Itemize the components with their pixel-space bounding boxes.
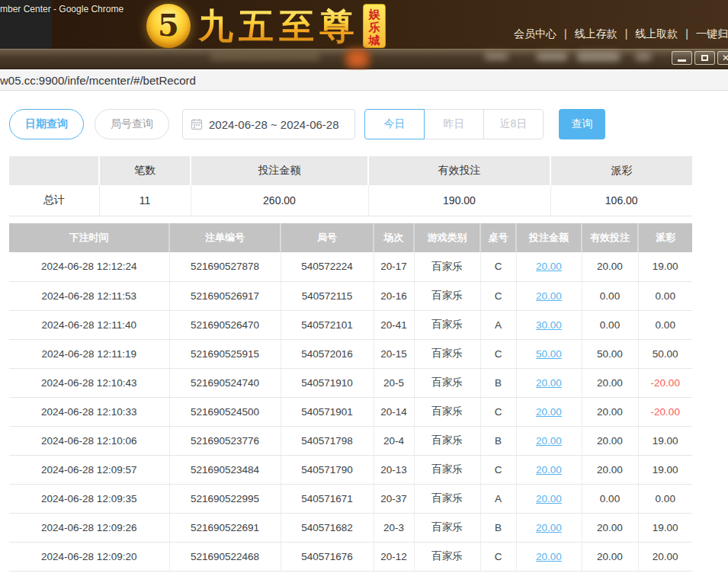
payout: -20.00 (638, 368, 692, 397)
total-label: 总计 (9, 185, 99, 216)
table-no: B (480, 426, 516, 455)
summary-header-count: 笔数 (99, 156, 191, 185)
blurred-text (536, 53, 568, 61)
session: 20-15 (374, 339, 414, 368)
bet-amount-link[interactable]: 20.00 (536, 377, 562, 389)
game-type: 百家乐 (414, 310, 480, 339)
order-no: 521690523776 (169, 426, 281, 455)
summary-header-payout: 派彩 (550, 156, 692, 185)
blurred-decoration (210, 53, 320, 61)
bet-amount-link[interactable]: 20.00 (536, 290, 562, 302)
table-no: C (480, 397, 516, 426)
session: 20-5 (374, 368, 414, 397)
column-header: 局号 (281, 223, 374, 252)
session: 20-37 (374, 484, 414, 513)
filter-row: 日期查询 局号查询 2024-06-28 ~ 2024-06-28 今日 昨日 … (9, 109, 605, 139)
bet-amount-cell: 20.00 (516, 281, 582, 310)
bet-amount-link[interactable]: 20.00 (536, 522, 562, 533)
bet-amount-cell: 30.00 (516, 310, 582, 339)
bet-amount-cell: 20.00 (516, 484, 582, 513)
badge-char: 乐 (369, 21, 380, 34)
bet-amount-link[interactable]: 20.00 (536, 551, 562, 562)
total-count: 11 (99, 185, 191, 216)
date-query-tab[interactable]: 日期查询 (9, 109, 84, 139)
payout: 20.00 (638, 542, 692, 571)
maximize-button[interactable] (694, 51, 715, 65)
valid-bet: 0.00 (582, 484, 638, 513)
url-bar[interactable]: w05.cc:9900/infe/mcenter/#/betRecord (0, 70, 728, 91)
bet-amount-cell: 20.00 (516, 426, 582, 455)
nav-deposit[interactable]: 线上存款 (575, 27, 617, 40)
game-type: 百家乐 (414, 252, 480, 281)
bet-amount-link[interactable]: 20.00 (536, 435, 562, 447)
query-button[interactable]: 查询 (559, 109, 605, 139)
nav-one-key[interactable]: 一键归户 (696, 27, 728, 40)
date-range-value: 2024-06-28 ~ 2024-06-28 (209, 118, 339, 131)
table-no: C (480, 455, 516, 484)
window-controls: ✕ (669, 51, 728, 65)
blurred-text (484, 53, 508, 60)
bet-amount-link[interactable]: 30.00 (536, 319, 562, 331)
total-bet-amount: 260.00 (191, 185, 368, 216)
payout: 0.00 (638, 484, 692, 513)
table-no: C (480, 281, 516, 310)
payout: 19.00 (638, 426, 692, 455)
bet-amount-link[interactable]: 20.00 (536, 464, 562, 476)
round-no: 540571910 (281, 368, 374, 397)
bet-amount-cell: 20.00 (516, 368, 582, 397)
total-payout: 106.00 (550, 185, 692, 216)
column-header: 投注金额 (516, 223, 582, 252)
game-type: 百家乐 (414, 339, 480, 368)
table-row: 2024-06-28 12:09:57521690523484540571790… (9, 455, 692, 484)
summary-header-row: 笔数 投注金额 有效投注 派彩 (9, 156, 692, 185)
logo-coin-icon: 5 (146, 4, 191, 48)
close-button[interactable]: ✕ (717, 51, 728, 65)
last-8-days-button[interactable]: 近8日 (483, 109, 544, 139)
date-range-input[interactable]: 2024-06-28 ~ 2024-06-28 (182, 109, 355, 139)
nav-member-center[interactable]: 会员中心 (514, 27, 556, 40)
table-no: C (480, 252, 516, 281)
payout: 19.00 (638, 252, 692, 281)
order-no: 521690522468 (169, 542, 281, 571)
bet-amount-link[interactable]: 50.00 (536, 348, 562, 360)
table-row: 2024-06-28 12:10:06521690523776540571798… (9, 426, 692, 455)
round-no: 540572224 (281, 252, 374, 281)
bet-time: 2024-06-28 12:09:26 (9, 513, 169, 542)
valid-bet: 20.00 (582, 513, 638, 542)
badge-char: 城 (369, 34, 380, 46)
order-no: 521690525915 (169, 339, 281, 368)
table-row: 2024-06-28 12:09:26521690522691540571682… (9, 513, 692, 542)
bet-amount-link[interactable]: 20.00 (536, 493, 562, 504)
table-no: A (480, 310, 516, 339)
session: 20-14 (374, 397, 414, 426)
round-no: 540571682 (281, 513, 374, 542)
session: 20-12 (374, 542, 414, 571)
bet-time: 2024-06-28 12:09:57 (9, 455, 169, 484)
bet-time: 2024-06-28 12:11:40 (9, 310, 169, 339)
column-header: 桌号 (480, 223, 516, 252)
bet-amount-cell: 20.00 (516, 397, 582, 426)
bet-amount-cell: 20.00 (516, 252, 582, 281)
yesterday-button[interactable]: 昨日 (424, 109, 484, 139)
today-button[interactable]: 今日 (364, 109, 425, 139)
order-no: 521690524740 (169, 368, 281, 397)
table-row: 2024-06-28 12:11:53521690526917540572115… (9, 281, 692, 310)
summary-header-valid-bet: 有效投注 (368, 156, 550, 185)
minimize-button[interactable] (672, 51, 692, 65)
bet-amount-cell: 20.00 (516, 542, 582, 571)
bet-amount-link[interactable]: 20.00 (536, 261, 562, 272)
bet-time: 2024-06-28 12:09:20 (9, 542, 169, 571)
column-header: 有效投注 (582, 223, 638, 252)
summary-header-bet-amount: 投注金额 (191, 156, 368, 185)
nav-withdraw[interactable]: 线上取款 (635, 27, 678, 40)
bet-record-page: 日期查询 局号查询 2024-06-28 ~ 2024-06-28 今日 昨日 … (0, 91, 728, 586)
quick-range-group: 今日 昨日 近8日 (364, 109, 544, 139)
summary-header-blank (9, 156, 99, 185)
table-row: 2024-06-28 12:12:24521690527878540572224… (9, 252, 692, 281)
round-no: 540572115 (281, 281, 374, 310)
valid-bet: 50.00 (582, 339, 638, 368)
round-query-tab[interactable]: 局号查询 (95, 109, 169, 139)
valid-bet: 20.00 (582, 426, 638, 455)
bet-amount-link[interactable]: 20.00 (536, 406, 562, 418)
valid-bet: 0.00 (582, 310, 638, 339)
